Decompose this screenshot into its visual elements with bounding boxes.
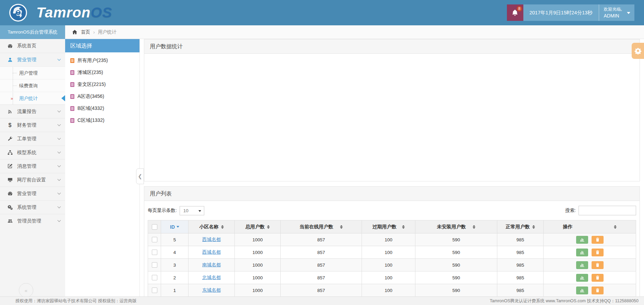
sidebar-item-label: 营业管理 [17,57,58,63]
region-item-weicheng[interactable]: 潍城区(235) [65,66,139,78]
admin-lines: 欢迎光临, ADMIN [604,6,622,19]
region-item-label: 潍城区(235) [77,69,103,76]
row-checkbox[interactable] [152,288,157,293]
sidebar-item-finance-mgmt[interactable]: $ 财务管理 [0,118,65,132]
logo-primary: Tamron [36,4,90,21]
delete-button[interactable] [592,287,604,294]
sidebar-item-business-mgmt-2[interactable]: 营业管理 [0,187,65,200]
cell-online: 857 [281,259,362,271]
sidebar-item-system-home[interactable]: 系统首页 [0,39,65,53]
sort-icon [402,225,405,229]
sidebar-item-user-mgmt[interactable]: 用户管理 [0,66,65,79]
breadcrumb-home[interactable]: 首页 [81,29,90,35]
notification-badge: 8 [517,6,522,12]
sidebar-item-label: 系统首页 [17,43,60,49]
sidebar-item-label: 系统管理 [17,204,58,211]
main-area: ❮ 用户数据统计 用户列表 每页显示条数: 10 [140,39,644,305]
community-link[interactable]: 西城名都 [202,250,221,255]
sidebar-item-business-mgmt[interactable]: 营业管理 [0,53,65,66]
delete-button[interactable] [592,261,604,269]
column-header-expired[interactable]: 过期用户数 [362,220,415,233]
column-header-name[interactable]: 小区名称 [189,220,235,233]
sidebar-item-label: 管理员管理 [17,218,58,224]
column-header-actions[interactable]: 操作 [544,220,636,233]
delete-button[interactable] [592,249,604,256]
select-all-checkbox[interactable] [152,224,157,230]
cell-expired: 100 [362,233,415,246]
sort-icon [340,225,343,229]
cell-total: 1000 [235,246,281,259]
row-checkbox[interactable] [152,237,157,242]
select-all-cell [148,220,161,233]
sidebar-collapse-button[interactable]: « [19,283,33,297]
community-link[interactable]: 南城名都 [202,262,221,267]
chevron-down-icon [58,123,61,126]
delete-button[interactable] [592,274,604,282]
sidebar-item-user-stats[interactable]: 用户统计 [0,92,65,104]
user-stats-panel-title: 用户数据统计 [144,39,640,54]
delete-button[interactable] [592,236,604,244]
table-row: 2 北城名都 1000 857 100 590 985 [148,271,636,284]
region-item-c[interactable]: C区域(1332) [65,114,139,126]
dollar-icon: $ [7,122,13,128]
region-item-kuiwen[interactable]: 奎文区(2215) [65,78,139,90]
datetime-display: 2017年1月9日15时24分13秒 [523,4,599,21]
trash-icon [595,275,600,280]
notifications-button[interactable]: 8 [507,4,523,21]
breadcrumb-separator: › [93,29,95,35]
sidebar-item-portal-settings[interactable]: 网厅前台设置 [0,173,65,187]
chevron-down-icon [58,109,61,113]
chart-button[interactable] [576,236,588,244]
sidebar-item-system-mgmt[interactable]: 系统管理 [0,200,65,214]
row-checkbox[interactable] [152,262,157,268]
admin-username: ADMIN [604,12,622,19]
settings-tab-button[interactable] [632,43,644,59]
sidebar-item-admin-mgmt[interactable]: 管理员管理 [0,214,65,228]
sort-icon [221,225,224,229]
chevron-down-icon [58,164,61,167]
chart-button[interactable] [576,287,588,294]
cell-total: 1000 [235,233,281,246]
wrench-icon [7,136,13,142]
column-header-id[interactable]: ID [161,220,189,233]
chevron-down-icon [58,58,61,61]
trash-icon [595,237,600,242]
search-input[interactable] [579,206,636,215]
panel-collapse-handle[interactable]: ❮ [136,168,144,184]
column-header-online[interactable]: 当前在线用户数 [281,220,362,233]
users-icon [7,218,13,224]
cell-id: 3 [161,259,189,271]
sidebar-item-renewal-query[interactable]: 续费查询 [0,79,65,92]
sidebar: TamronOS后台管理系统 系统首页 营业管理 用户管理 续费查询 用户统计 [0,25,65,305]
region-panel-title: 区域选择 [65,39,139,52]
sidebar-item-message-mgmt[interactable]: 消息管理 [0,159,65,173]
region-item-a[interactable]: A区语(3456) [65,90,139,102]
row-checkbox[interactable] [152,250,157,255]
user-table: ID 小区名称 总用户数 当前在线用户数 过期用户数 未安装用户数 正常用户数 … [148,220,636,297]
chart-button[interactable] [576,274,588,282]
page: TamronOS 8 2017年1月9日15时24分13秒 欢迎光临, ADMI… [0,0,644,305]
sidebar-item-workorder-mgmt[interactable]: 工单管理 [0,132,65,145]
sidebar-item-model-system[interactable]: 模型系统 [0,145,65,159]
bar-chart-icon [580,263,585,267]
desktop-icon [7,177,13,183]
region-item-all-users[interactable]: 所有用户(235) [65,54,139,66]
admin-menu[interactable]: 欢迎光临, ADMIN [599,4,634,21]
table-row: 4 西城名都 1000 857 100 590 985 [148,246,636,259]
chart-button[interactable] [576,261,588,269]
column-header-uninstalled[interactable]: 未安装用户数 [415,220,497,233]
chart-button[interactable] [576,249,588,256]
column-header-total[interactable]: 总用户数 [235,220,281,233]
breadcrumb-current: 用户统计 [98,29,117,35]
column-header-normal[interactable]: 正常用户数 [497,220,544,233]
community-link[interactable]: 北城名都 [202,275,221,280]
community-link[interactable]: 东城名都 [202,288,221,293]
page-size-select[interactable]: 10 [180,206,204,215]
sidebar-item-traffic-report[interactable]: 流量报告 [0,104,65,118]
user-stats-chart-area [144,54,640,181]
community-link[interactable]: 西城名都 [202,237,221,242]
bar-chart-icon [580,237,585,242]
cell-online: 857 [281,284,362,297]
row-checkbox[interactable] [152,275,157,280]
region-item-b[interactable]: B区域(4332) [65,102,139,114]
